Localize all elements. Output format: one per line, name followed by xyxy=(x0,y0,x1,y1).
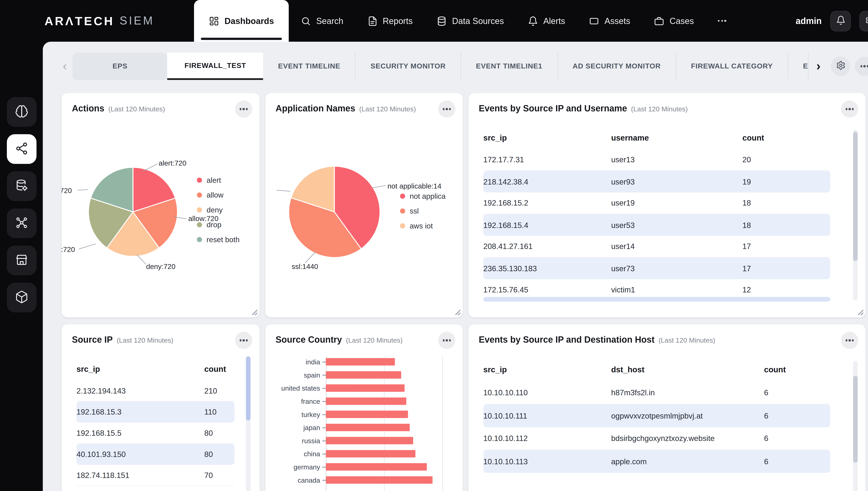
table-cell: 6 xyxy=(764,388,830,397)
dashboard-tab-firewall-category[interactable]: FIREWALL CATEGORY xyxy=(676,53,788,80)
label-line xyxy=(78,190,88,190)
settings-button[interactable] xyxy=(859,10,868,31)
nav-alerts[interactable]: Alerts xyxy=(516,0,577,42)
table-cell: user53 xyxy=(611,221,742,229)
legend-item[interactable]: drop xyxy=(197,221,240,229)
pie-label: not applicable:14 xyxy=(388,182,441,190)
dashboard-tab-security-monitor[interactable]: SECURITY MONITOR xyxy=(356,53,461,80)
bar-spain[interactable] xyxy=(326,371,401,379)
nav-cases[interactable]: Cases xyxy=(642,0,706,42)
legend-item[interactable]: aws iot xyxy=(400,222,446,230)
bar-united-states[interactable] xyxy=(326,384,405,392)
notifications-button[interactable] xyxy=(830,10,851,31)
table-row[interactable]: 236.35.130.183user7317 xyxy=(483,258,830,279)
dashboard-tab-firewall-test[interactable]: FIREWALL_TEST xyxy=(167,53,263,80)
panels-grid: Actions (Last 120 Minutes) alert:720 all… xyxy=(62,93,868,491)
axis-tick xyxy=(322,479,326,481)
resize-handle[interactable] xyxy=(251,309,257,315)
dashboard-tab-e[interactable]: E xyxy=(788,53,809,80)
bar-turkey[interactable] xyxy=(326,410,408,418)
tabs-scroll-left-button[interactable]: ‹ xyxy=(57,60,73,73)
dashboard-tab-eps[interactable]: EPS xyxy=(73,53,167,80)
scrollbar-thumb[interactable] xyxy=(853,132,858,261)
bar-japan[interactable] xyxy=(326,424,410,431)
nav-reports[interactable]: Reports xyxy=(355,0,425,42)
table-row[interactable]: 208.41.27.161user1417 xyxy=(483,236,830,258)
legend-item[interactable]: deny xyxy=(197,206,240,214)
bar-china[interactable] xyxy=(326,450,415,458)
nav-data-sources[interactable]: Data Sources xyxy=(425,0,516,42)
bar-category-label: germany xyxy=(275,463,320,471)
table-row[interactable]: 10.10.10.110h87m3fs2l.in6 xyxy=(483,381,830,404)
table-cell: 6 xyxy=(764,434,830,442)
table-cell: 208.41.27.161 xyxy=(483,242,611,251)
table-row[interactable]: 10.10.10.111ogpwvxvzotpesmlmjpbvj.at6 xyxy=(483,404,830,427)
table-row[interactable]: 40.101.93.15080 xyxy=(76,444,235,465)
dashboard-tab-event-timeline[interactable]: EVENT TIMELINE xyxy=(263,53,356,80)
events-by-destination-table: src_ipdst_hostcount10.10.10.110h87m3fs2l… xyxy=(483,357,830,473)
panel-menu-button[interactable] xyxy=(841,332,858,349)
nav-search[interactable]: Search xyxy=(289,0,355,42)
nav-more-button[interactable] xyxy=(706,0,738,42)
table-row[interactable]: 10.10.10.112bdsirbgchgoxynztxozy.website… xyxy=(483,427,830,450)
legend-item[interactable]: allow xyxy=(197,191,240,199)
legend-item[interactable]: not applica xyxy=(400,192,446,200)
dashboard-tab-event-timeline1[interactable]: EVENT TIMELINE1 xyxy=(461,53,558,80)
table-row[interactable]: 192.168.15.2user1918 xyxy=(483,193,830,214)
table-row[interactable]: 192.168.15.4user5318 xyxy=(483,214,830,236)
sidebar-nodes-button[interactable] xyxy=(7,208,36,238)
table-row[interactable]: 172.17.7.31user1320 xyxy=(483,149,830,171)
dashboard-tab-ad-security-monitor[interactable]: AD SECURITY MONITOR xyxy=(558,53,676,80)
bar-germany[interactable] xyxy=(326,463,427,471)
nav-dashboards[interactable]: Dashboards xyxy=(194,0,289,42)
dashboard-settings-button[interactable] xyxy=(831,56,850,76)
panel-menu-button[interactable] xyxy=(841,100,858,118)
vertical-scrollbar[interactable] xyxy=(853,361,858,491)
table-row[interactable]: 182.74.118.15170 xyxy=(76,465,235,486)
top-navbar: ARΛTECH SIEM Dashboards Search Reports D… xyxy=(0,0,868,42)
legend-item[interactable]: alert xyxy=(197,176,240,184)
brand-name: ARΛTECH xyxy=(44,14,115,28)
legend-label: allow xyxy=(207,191,223,199)
scrollbar-thumb[interactable] xyxy=(246,356,250,420)
table-cell: 236.35.130.183 xyxy=(483,264,611,272)
vertical-scrollbar[interactable] xyxy=(246,356,250,491)
bar-india[interactable] xyxy=(326,358,395,366)
panel-menu-button[interactable] xyxy=(438,332,455,349)
table-row[interactable]: 2.132.194.143210 xyxy=(76,380,235,402)
nav-assets[interactable]: Assets xyxy=(577,0,642,42)
resize-handle[interactable] xyxy=(454,309,460,315)
table-cell: 172.15.76.45 xyxy=(483,286,611,294)
table-row[interactable]: 192.168.15.3110 xyxy=(76,402,235,423)
bar-france[interactable] xyxy=(326,398,406,405)
table-row[interactable]: 10.10.10.113apple.com6 xyxy=(483,450,830,473)
resize-handle[interactable] xyxy=(857,309,863,315)
sidebar-store-button[interactable] xyxy=(7,246,36,275)
nav-label: Cases xyxy=(670,16,694,26)
workflow-icon xyxy=(14,141,28,157)
table-row[interactable]: 192.168.15.580 xyxy=(76,423,235,444)
scrollbar-thumb[interactable] xyxy=(853,376,858,463)
user-menu[interactable]: admin xyxy=(796,16,822,26)
bar-russia[interactable] xyxy=(326,437,413,444)
sidebar-database-button[interactable] xyxy=(7,171,36,201)
panel-menu-button[interactable] xyxy=(235,332,252,349)
legend-item[interactable]: ssl xyxy=(400,207,446,215)
sidebar-package-button[interactable] xyxy=(7,283,36,312)
bar-row: russia xyxy=(275,434,455,447)
events-by-username-table: src_ipusernamecount172.17.7.31user132021… xyxy=(483,126,830,301)
tabs-scroll-right-button[interactable]: › xyxy=(811,60,826,73)
horizontal-scrollbar[interactable] xyxy=(483,297,830,301)
bar-row: united states xyxy=(275,381,455,395)
dashboard-more-button[interactable] xyxy=(855,56,868,76)
panel-header: Events by Source IP and Destination Host… xyxy=(469,324,866,345)
sidebar-brain-button[interactable] xyxy=(7,97,36,127)
bar-canada[interactable] xyxy=(326,476,432,484)
legend-label: ssl xyxy=(410,207,419,215)
vertical-scrollbar[interactable] xyxy=(853,129,858,300)
legend-item[interactable]: reset both xyxy=(197,235,240,244)
panel-title: Events by Source IP and Username xyxy=(479,104,627,114)
table-row[interactable]: 218.142.38.4user9319 xyxy=(483,171,830,193)
panel-title: Source IP xyxy=(72,335,113,345)
sidebar-workflow-button[interactable] xyxy=(7,134,36,164)
